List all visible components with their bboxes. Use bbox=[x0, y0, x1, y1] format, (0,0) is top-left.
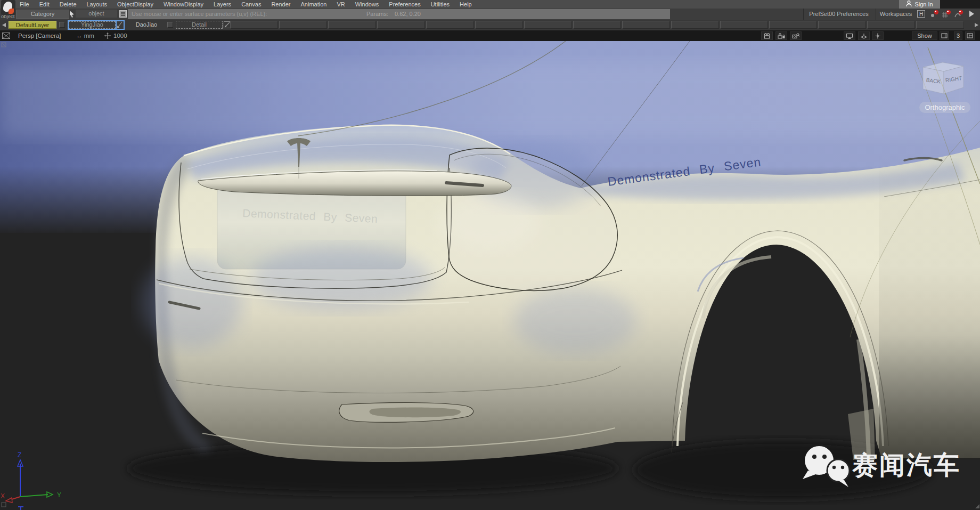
layer-tab-yingjiao[interactable]: YingJiao bbox=[68, 20, 125, 30]
axis-z-label: Z bbox=[18, 451, 21, 459]
menu-item[interactable]: Help bbox=[460, 1, 472, 7]
zoom-value: 1000 bbox=[113, 30, 127, 41]
camera-view-label[interactable]: Persp [Camera] bbox=[18, 30, 61, 41]
layer-bar: DefaultLayer YingJiao DaoJiao Detail bbox=[0, 20, 980, 30]
sign-in-button[interactable]: Sign In bbox=[899, 0, 940, 9]
menu-item[interactable]: VR bbox=[337, 1, 345, 7]
menu-items: FileEditDeleteLayoutsObjectDisplayWindow… bbox=[20, 0, 472, 9]
layer-slot-empty[interactable] bbox=[818, 21, 866, 29]
layer-slot-empty[interactable] bbox=[230, 21, 278, 29]
menu-bar-end bbox=[940, 0, 980, 9]
layer-empty-slots bbox=[230, 21, 964, 29]
params-label: Params: bbox=[366, 11, 388, 17]
layer-slot-empty[interactable] bbox=[426, 21, 474, 29]
projection-label[interactable]: Orthographic bbox=[919, 102, 970, 113]
units-label: mm bbox=[84, 33, 94, 39]
prompt-text: Use mouse or enter surface parameters (u… bbox=[132, 9, 267, 19]
menu-item[interactable]: Animation bbox=[301, 1, 327, 7]
layer-slot-empty[interactable] bbox=[916, 21, 964, 29]
layer-tab-label: YingJiao bbox=[69, 21, 116, 29]
layer-slot-empty[interactable] bbox=[867, 21, 915, 29]
menu-bar: FileEditDeleteLayoutsObjectDisplayWindow… bbox=[0, 0, 980, 9]
layer-toggle-checkbox[interactable] bbox=[59, 22, 65, 28]
params-readout: Params:0.62, 0.20 bbox=[366, 9, 427, 19]
app-logo-icon bbox=[1, 0, 15, 15]
layer-slot-empty[interactable] bbox=[573, 21, 621, 29]
menu-item[interactable]: Preferences bbox=[389, 1, 420, 7]
prompt-line[interactable]: Use mouse or enter surface parameters (u… bbox=[128, 9, 670, 19]
sign-in-label: Sign In bbox=[914, 1, 933, 7]
expand-right-icon[interactable] bbox=[969, 11, 974, 17]
viewing-panel-icon[interactable] bbox=[844, 31, 855, 40]
viewport-title-bar: Persp [Camera] ↔ mm 1000 Show 3 bbox=[0, 30, 980, 41]
params-value: 0.62, 0.20 bbox=[395, 11, 421, 17]
show-button[interactable]: Show bbox=[912, 31, 937, 40]
axis-x-label: X bbox=[1, 492, 5, 500]
camera-zoom-icon[interactable] bbox=[790, 31, 802, 40]
viewport-units: ↔ mm bbox=[76, 30, 94, 41]
snap-to-curve-icon[interactable] bbox=[953, 10, 964, 19]
pick-cursor-icon bbox=[69, 10, 75, 19]
menu-item[interactable]: Utilities bbox=[431, 1, 450, 7]
scroll-left-icon[interactable] bbox=[2, 23, 6, 27]
menu-item[interactable]: WindowDisplay bbox=[164, 1, 203, 7]
panel-layout-icon[interactable] bbox=[965, 31, 975, 40]
svg-text:Orthographic: Orthographic bbox=[925, 103, 965, 111]
axis-y-label: Y bbox=[57, 491, 61, 499]
application-window: FileEditDeleteLayoutsObjectDisplayWindow… bbox=[0, 0, 980, 510]
workspaces-button[interactable]: Workspaces bbox=[876, 9, 916, 20]
layer-tab-daojiao[interactable]: DaoJiao bbox=[128, 21, 165, 29]
layer-slot-empty[interactable] bbox=[328, 21, 376, 29]
menu-item[interactable]: Windows bbox=[355, 1, 379, 7]
layer-slot-empty[interactable] bbox=[671, 21, 719, 29]
action-bar: object Category object Use mouse or ente… bbox=[0, 9, 980, 20]
viewport-canvas[interactable]: Demonstrated By Seven Demonstrated By Se… bbox=[0, 41, 980, 510]
layer-tab-defaultlayer[interactable]: DefaultLayer bbox=[9, 21, 56, 29]
snap-to-point-icon[interactable] bbox=[929, 10, 940, 19]
layer-slot-empty[interactable] bbox=[524, 21, 572, 29]
camera-icon[interactable] bbox=[761, 31, 773, 40]
panel-split-icon[interactable] bbox=[940, 31, 949, 40]
object-type-field[interactable]: object bbox=[76, 10, 117, 18]
layer-slot-empty[interactable] bbox=[475, 21, 523, 29]
layer-symmetry-icon[interactable] bbox=[116, 21, 124, 29]
menu-item[interactable]: Render bbox=[271, 1, 290, 7]
menu-item[interactable]: Delete bbox=[60, 1, 77, 7]
snap-to-grid-icon[interactable] bbox=[941, 10, 952, 19]
layer-slot-empty[interactable] bbox=[622, 21, 670, 29]
viewport-zoom: 1000 bbox=[104, 30, 127, 41]
menu-item[interactable]: ObjectDisplay bbox=[117, 1, 153, 7]
menu-item[interactable]: Edit bbox=[39, 1, 50, 7]
person-icon bbox=[906, 1, 912, 8]
hotkeys-button[interactable]: H bbox=[917, 10, 925, 18]
menu-item[interactable]: File bbox=[20, 1, 29, 7]
pivot-icon[interactable] bbox=[872, 31, 884, 40]
menu-item[interactable]: Layers bbox=[214, 1, 231, 7]
width-icon: ↔ bbox=[76, 33, 84, 39]
prefset-button[interactable]: PrefSet00 Preferences bbox=[803, 9, 874, 20]
scroll-right-icon[interactable] bbox=[975, 23, 978, 27]
layer-slot-empty[interactable] bbox=[769, 21, 817, 29]
layer-tab-detail[interactable]: Detail bbox=[176, 21, 223, 29]
ground-plane-icon[interactable] bbox=[858, 31, 870, 40]
window-close-icon[interactable] bbox=[2, 33, 10, 40]
list-options-icon[interactable] bbox=[119, 10, 127, 18]
layer-slot-empty[interactable] bbox=[279, 21, 327, 29]
view-cube[interactable]: BACK RIGHT bbox=[923, 62, 963, 94]
pan-zoom-icon bbox=[104, 33, 111, 39]
scene-render: Demonstrated By Seven Demonstrated By Se… bbox=[0, 41, 980, 510]
category-button[interactable]: Category bbox=[16, 10, 69, 19]
panel-count-button[interactable]: 3 bbox=[954, 31, 962, 40]
camera-lock-icon[interactable] bbox=[775, 31, 787, 40]
menu-item[interactable]: Layouts bbox=[87, 1, 108, 7]
menu-item[interactable]: Canvas bbox=[241, 1, 261, 7]
layer-slot-empty[interactable] bbox=[720, 21, 768, 29]
brand-watermark: 赛闻汽车 bbox=[852, 451, 961, 479]
layer-toggle-checkbox[interactable] bbox=[167, 22, 173, 28]
layer-slot-empty[interactable] bbox=[377, 21, 425, 29]
